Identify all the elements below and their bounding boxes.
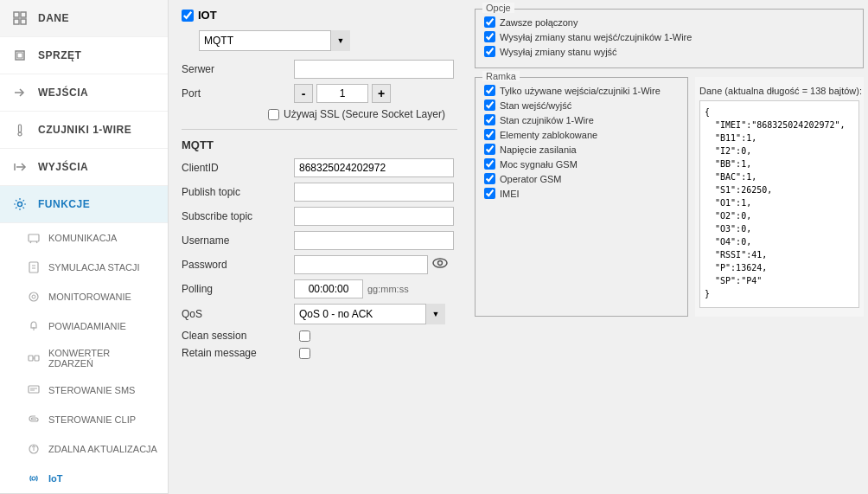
sidebar-sub-komunikacja[interactable]: KOMUNIKACJA [0,223,168,253]
ramka-checkbox-3[interactable] [484,129,495,140]
sidebar-item-wejscia[interactable]: WEJŚCIA [0,74,168,112]
thermometer-icon [10,120,29,139]
port-minus-button[interactable]: - [294,84,313,103]
svg-point-11 [18,202,22,207]
ramka-item-4: Napięcie zasilania [484,144,679,155]
sidebar-sub-label-iot: IoT [48,473,63,484]
svg-point-30 [32,477,35,480]
center-form: IOT MQTT Serwer Port - + [169,0,470,494]
qos-row: QoS QoS 0 - no ACK QoS 1 - at least once… [182,304,457,324]
iot-checkbox[interactable] [182,10,194,22]
sidebar: DANE SPRZĘT WEJŚCIA CZUJNIKI 1-WIRE WYJŚ… [0,0,169,494]
server-row: Serwer [182,60,457,79]
sidebar-sub-label-zdalna: ZDALNA AKTUALIZACJA [48,444,157,454]
konwerter-icon [26,350,41,366]
sidebar-sub-clip[interactable]: STEROWANIE CLIP [0,405,168,434]
sidebar-item-sprzet[interactable]: SPRZĘT [0,37,168,74]
ssl-row: Używaj SSL (Secure Socket Layer) [182,108,457,120]
polling-label: Polling [182,283,294,295]
data-panel-title: Dane (aktualna długość = 138 bajtów): [699,86,859,96]
svg-rect-12 [29,234,39,241]
protocol-select[interactable]: MQTT [199,30,350,51]
ramka-checkbox-0[interactable] [484,85,495,96]
polling-input[interactable] [294,279,363,298]
svg-point-32 [433,259,447,267]
svg-rect-22 [29,356,33,361]
opcje-checkbox-2[interactable] [484,46,495,57]
mqtt-title: MQTT [182,138,457,151]
sidebar-sub-symulacja[interactable]: SYMULACJA STACJI [0,253,168,282]
sidebar-sub-powiadamianie[interactable]: POWIADAMIANIE [0,311,168,341]
port-input[interactable] [316,84,368,103]
qos-select[interactable]: QoS 0 - no ACK QoS 1 - at least once QoS… [294,304,445,324]
content-area: IOT MQTT Serwer Port - + [169,0,868,494]
sidebar-label-czujniki: CZUJNIKI 1-WIRE [38,124,131,136]
sidebar-sub-zdalna[interactable]: ZDALNA AKTUALIZACJA [0,434,168,464]
sidebar-item-czujniki[interactable]: CZUJNIKI 1-WIRE [0,112,168,149]
sidebar-sub-konwerter[interactable]: KONWERTER ZDARZEŃ [0,341,168,375]
publish-input[interactable] [294,183,454,202]
clientid-row: ClientID [182,158,457,177]
ramka-checkbox-4[interactable] [484,144,495,155]
sidebar-item-funkcje[interactable]: FUNKCJE [0,186,168,223]
sidebar-sub-iot[interactable]: IoT [0,464,168,493]
sidebar-sub-label-konwerter: KONWERTER ZDARZEŃ [48,348,157,369]
username-input[interactable] [294,231,454,250]
publish-label: Publish topic [182,186,294,198]
port-plus-button[interactable]: + [372,84,391,103]
cpu-icon [10,46,29,65]
protocol-select-wrapper: MQTT [199,30,350,51]
iot-checkbox-label[interactable]: IOT [182,9,217,22]
opcje-checkbox-0[interactable] [484,16,495,28]
username-label: Username [182,234,294,247]
ramka-label-7: IMEI [500,189,520,199]
arrow-in-icon [10,83,29,102]
sidebar-label-funkcje: FUNKCJE [38,198,90,210]
clean-session-checkbox[interactable] [299,330,310,342]
sidebar-label-wejscia: WEJŚCIA [38,87,88,99]
svg-point-8 [18,132,22,136]
monitor-icon [26,289,41,305]
sidebar-item-dane[interactable]: DANE [0,0,168,37]
retain-message-label: Retain message [182,347,294,359]
svg-rect-2 [14,19,19,24]
update-icon [26,441,41,457]
opcje-checkbox-1[interactable] [484,31,495,42]
clean-session-label: Clean session [182,330,294,342]
subscribe-row: Subscribe topic [182,207,457,226]
iot-label: IOT [198,9,217,22]
sidebar-label-sprzet: SPRZĘT [38,49,81,61]
password-toggle-button[interactable] [432,257,448,273]
sidebar-sub-monitorowanie[interactable]: MONITOROWANIE [0,282,168,311]
panels-row: Ramka Tylko używane wejścia/czujniki 1-W… [475,77,864,317]
clientid-input[interactable] [294,158,454,177]
clientid-label: ClientID [182,162,294,174]
sidebar-label-wyjscia: WYJŚCIA [38,161,88,173]
ramka-checkbox-7[interactable] [484,188,495,199]
ramka-checkbox-1[interactable] [484,99,495,111]
ramka-checkbox-2[interactable] [484,114,495,125]
ramka-title: Ramka [482,71,520,81]
grid-icon [10,9,29,28]
svg-rect-3 [21,19,26,24]
port-label: Port [182,87,294,99]
svg-rect-23 [35,356,39,361]
polling-row: Polling gg:mm:ss [182,279,457,298]
retain-message-checkbox[interactable] [299,348,310,359]
iot-header: IOT [182,9,457,22]
ssl-checkbox[interactable] [268,109,279,120]
ramka-label-2: Stan czujników 1-Wire [500,115,594,125]
ramka-checkbox-5[interactable] [484,158,495,170]
sidebar-item-wyjscia[interactable]: WYJŚCIA [0,149,168,186]
password-input[interactable] [294,255,428,274]
server-input[interactable] [294,60,454,79]
bell-icon [26,318,41,334]
subscribe-label: Subscribe topic [182,210,294,222]
comm-icon [26,230,41,246]
ramka-label-6: Operator GSM [500,174,562,184]
ramka-label-5: Moc sygnału GSM [500,159,578,170]
ramka-checkbox-6[interactable] [484,173,495,184]
sidebar-sub-label-sms: STEROWANIE SMS [48,385,135,395]
sidebar-sub-sms[interactable]: STEROWANIE SMS [0,375,168,405]
subscribe-input[interactable] [294,207,454,226]
